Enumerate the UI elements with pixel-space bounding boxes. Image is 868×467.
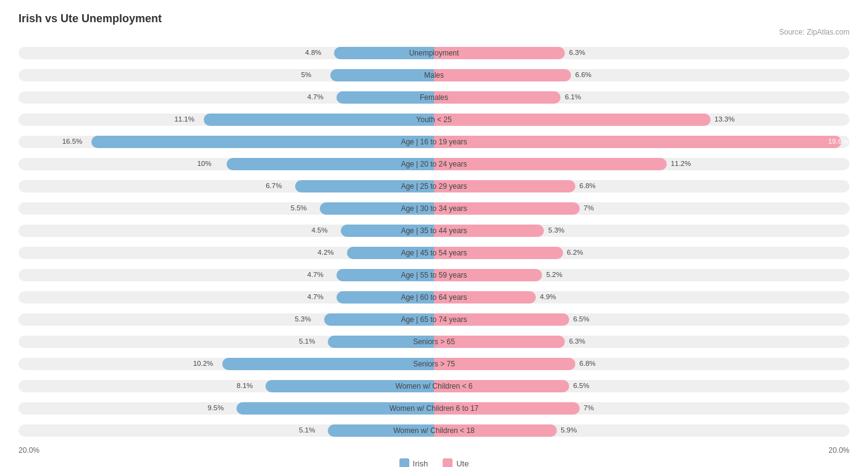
right-value: 11.2% — [671, 160, 691, 167]
blue-bar — [330, 69, 434, 81]
bar-center-label: Age | 25 to 29 years — [401, 182, 467, 191]
legend-label-irish: Irish — [413, 459, 428, 468]
legend-label-ute: Ute — [456, 459, 469, 468]
bar-row: Women w/ Children < 68.1%6.5% — [19, 376, 849, 397]
bar-center-label: Seniors > 65 — [413, 337, 455, 346]
bar-row: Age | 65 to 74 years5.3%6.5% — [19, 309, 849, 330]
bar-center-label: Unemployment — [409, 49, 459, 57]
right-value: 6.2% — [567, 249, 583, 256]
bar-row: Women w/ Children < 185.1%5.9% — [19, 420, 849, 441]
left-value: 9.5% — [207, 404, 223, 411]
bar-center-label: Age | 35 to 44 years — [401, 226, 467, 235]
right-value: 7% — [583, 404, 594, 411]
right-value: 4.9% — [540, 293, 556, 300]
blue-bar — [91, 136, 434, 148]
left-value: 8.1% — [236, 382, 252, 389]
bar-center-label: Women w/ Children < 18 — [393, 426, 475, 435]
left-value: 16.5% — [62, 138, 83, 145]
bar-center-label: Age | 60 to 64 years — [401, 293, 467, 302]
right-value: 6.3% — [569, 337, 585, 345]
left-value: 4.7% — [307, 93, 323, 101]
legend: Irish Ute — [19, 458, 849, 467]
left-value: 10.2% — [193, 360, 214, 367]
right-value: 6.1% — [565, 93, 581, 101]
bar-row: Age | 60 to 64 years4.7%4.9% — [19, 287, 849, 308]
right-value: 5.3% — [548, 226, 564, 234]
bar-center-label: Age | 55 to 59 years — [401, 271, 467, 279]
bar-center-label: Age | 45 to 54 years — [401, 249, 467, 257]
source-label: Source: ZipAtlas.com — [19, 28, 849, 36]
left-value: 4.8% — [305, 49, 321, 56]
pink-bar — [434, 136, 841, 148]
bar-center-label: Age | 20 to 24 years — [401, 160, 467, 168]
pink-bar — [434, 69, 571, 81]
right-value: 7% — [583, 204, 594, 212]
left-value: 5% — [301, 71, 312, 78]
bar-row: Age | 20 to 24 years10%11.2% — [19, 154, 849, 175]
left-value: 11.1% — [174, 115, 194, 123]
left-value: 4.5% — [311, 226, 327, 234]
pink-bar — [434, 114, 711, 126]
right-value: 6.5% — [573, 382, 589, 389]
left-value: 5.3% — [295, 315, 311, 323]
left-value: 5.5% — [291, 204, 307, 212]
right-value: 13.3% — [714, 115, 735, 123]
bar-center-label: Women w/ Children < 6 — [396, 382, 473, 391]
bar-row: Females4.7%6.1% — [19, 87, 849, 108]
right-value: 5.9% — [561, 426, 577, 434]
bar-center-label: Youth < 25 — [416, 115, 451, 124]
bar-row: Youth < 2511.1%13.3% — [19, 109, 849, 130]
left-value: 4.7% — [307, 293, 323, 300]
left-axis-label: 20.0% — [19, 446, 40, 455]
pink-bar — [434, 358, 575, 370]
bar-center-label: Age | 30 to 34 years — [401, 204, 467, 213]
bar-row: Age | 45 to 54 years4.2%6.2% — [19, 242, 849, 263]
left-value: 10% — [197, 160, 211, 167]
bar-center-label: Females — [420, 93, 448, 102]
right-value: 5.2% — [546, 271, 562, 278]
chart-container: Unemployment4.8%6.3%Males5%6.6%Females4.… — [19, 43, 849, 441]
bar-row: Age | 16 to 19 years16.5%19.6% — [19, 131, 849, 152]
right-value: 6.6% — [575, 71, 591, 78]
bar-center-label: Males — [424, 71, 444, 80]
bar-row: Age | 55 to 59 years4.7%5.2% — [19, 265, 849, 286]
bar-center-label: Age | 16 to 19 years — [401, 138, 467, 146]
left-value: 5.1% — [299, 337, 315, 345]
left-value: 4.2% — [318, 249, 334, 256]
right-value: 6.5% — [573, 315, 589, 323]
bar-row: Age | 30 to 34 years5.5%7% — [19, 198, 849, 219]
legend-irish: Irish — [399, 458, 428, 467]
right-value: 6.8% — [580, 360, 596, 367]
bar-row: Seniors > 7510.2%6.8% — [19, 353, 849, 374]
bar-row: Males5%6.6% — [19, 65, 849, 86]
blue-bar — [204, 114, 435, 126]
legend-color-irish — [399, 458, 409, 467]
left-value: 5.1% — [299, 426, 315, 434]
axis-row: 20.0% 20.0% — [19, 446, 849, 455]
bar-center-label: Age | 65 to 74 years — [401, 315, 467, 324]
left-value: 4.7% — [307, 271, 323, 278]
legend-color-ute — [443, 458, 453, 467]
left-value: 6.7% — [265, 182, 282, 189]
legend-ute: Ute — [443, 458, 469, 467]
bar-center-label: Women w/ Children 6 to 17 — [390, 404, 479, 413]
bar-center-label: Seniors > 75 — [413, 360, 455, 368]
right-axis-label: 20.0% — [828, 446, 849, 455]
right-value: 6.3% — [569, 49, 585, 56]
pink-bar — [434, 91, 561, 104]
bar-row: Unemployment4.8%6.3% — [19, 43, 849, 64]
blue-bar — [222, 358, 434, 370]
pink-bar — [434, 158, 667, 170]
right-value: 6.8% — [580, 182, 596, 189]
right-value: 19.6% — [828, 138, 848, 145]
bar-row: Seniors > 655.1%6.3% — [19, 331, 849, 352]
page-title: Irish vs Ute Unemployment — [19, 12, 849, 25]
bar-row: Age | 35 to 44 years4.5%5.3% — [19, 220, 849, 241]
bar-row: Age | 25 to 29 years6.7%6.8% — [19, 176, 849, 197]
bar-row: Women w/ Children 6 to 179.5%7% — [19, 398, 849, 419]
